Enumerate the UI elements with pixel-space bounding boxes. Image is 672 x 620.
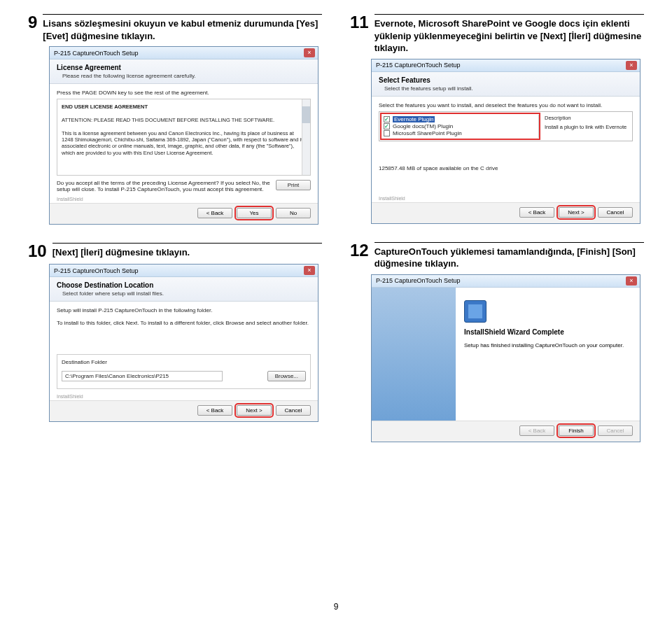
step-title: Evernote, Microsoft SharePoint ve Google… [374,14,644,55]
titlebar: P-215 CaptureOnTouch Setup × [50,47,318,59]
dest-path: C:\Program Files\Canon Electronics\P215 [62,371,223,381]
step-number: 9 [28,14,37,42]
dialog-header: Choose Destination Location Select folde… [50,277,318,302]
eula-body: This is a license agreement between you … [62,130,306,157]
finish-button[interactable]: Finish [559,425,594,436]
wizard-side-graphic [372,288,456,421]
eula-scrollbox[interactable]: END USER LICENSE AGREEMENT ATTENTION: PL… [57,99,311,176]
print-button[interactable]: Print [276,180,311,190]
checkbox-icon[interactable] [384,116,390,122]
dialog-title: P-215 CaptureOnTouch Setup [54,50,139,57]
dialog-header: License Agreement Please read the follow… [50,59,318,84]
dialog-title: P-215 CaptureOnTouch Setup [376,62,461,69]
scrollbar-track[interactable] [302,99,310,175]
license-question: Do you accept all the terms of the prece… [57,180,270,192]
cancel-button: Cancel [598,425,633,436]
scrollbar-thumb[interactable] [302,106,310,123]
close-icon[interactable]: × [626,276,637,286]
checkbox-icon[interactable] [384,130,390,136]
step-title: [Next] [İleri] düğmesine tıklayın. [52,243,322,260]
feature-row[interactable]: Google docs(TM) Plugin [384,123,537,129]
setup-icon [464,300,486,323]
dest-line1: Setup will install P-215 CaptureOnTouch … [57,307,311,313]
cancel-button[interactable]: Cancel [598,207,633,218]
eula-attention: ATTENTION: PLEASE READ THIS DOCUMENT BEF… [62,117,306,123]
feature-row[interactable]: Microsoft SharePoint Plugin [384,130,537,136]
installshield-label: InstallShield [50,195,318,203]
feature-label: Google docs(TM) Plugin [393,123,453,129]
desc-head: Description [545,115,629,121]
dialog-header: Select Features Select the features setu… [372,72,640,97]
close-icon[interactable]: × [626,61,637,70]
titlebar: P-215 CaptureOnTouch Setup × [372,275,640,288]
feature-label: Evernote Plugin [393,116,435,122]
license-note: Press the PAGE DOWN key to see the rest … [57,90,311,96]
features-instruction: Select the features you want to install,… [379,102,633,108]
close-icon[interactable]: × [304,48,315,57]
back-button[interactable]: < Back [197,405,232,416]
dialog-features: P-215 CaptureOnTouch Setup × Select Feat… [371,59,640,224]
dialog-title: P-215 CaptureOnTouch Setup [54,267,139,274]
step-number: 10 [28,243,47,260]
features-box: Evernote Plugin Google docs(TM) Plugin M… [379,111,633,141]
titlebar: P-215 CaptureOnTouch Setup × [372,59,640,72]
dialog-destination: P-215 CaptureOnTouch Setup × Choose Dest… [49,264,318,422]
dest-line2: To install to this folder, click Next. T… [57,320,311,326]
dialog-head: Select Features [379,76,633,84]
dest-label: Destination Folder [62,359,306,365]
back-button: < Back [519,425,554,436]
step-number: 11 [350,14,369,55]
desc-body: Install a plugin to link with Evernote [545,124,629,130]
next-button[interactable]: Next > [559,207,594,218]
step-title: CaptureOnTouch yüklemesi tamamlandığında… [374,242,644,270]
step-number: 12 [350,242,369,270]
complete-body: Setup has finished installing CaptureOnT… [464,342,631,348]
titlebar: P-215 CaptureOnTouch Setup × [50,265,318,277]
disk-space: 125857.48 MB of space available on the C… [379,165,633,171]
installshield-label: InstallShield [50,393,318,400]
next-button[interactable]: Next > [237,405,272,416]
dialog-sub: Please read the following license agreem… [57,73,311,79]
browse-button[interactable]: Browse... [267,371,306,381]
back-button[interactable]: < Back [519,207,554,218]
step-12: 12 CaptureOnTouch yüklemesi tamamlandığı… [350,242,644,270]
step-10: 10 [Next] [İleri] düğmesine tıklayın. [28,243,322,260]
dialog-complete: P-215 CaptureOnTouch Setup × InstallShie… [371,274,640,442]
page-number: 9 [0,602,672,612]
dialog-title: P-215 CaptureOnTouch Setup [376,277,461,284]
step-9: 9 Lisans sözleşmesini okuyun ve kabul et… [28,14,322,42]
dialog-head: License Agreement [57,64,311,71]
yes-button[interactable]: Yes [237,208,272,218]
checkbox-icon[interactable] [384,123,390,129]
close-icon[interactable]: × [304,266,315,275]
installshield-label: InstallShield [372,195,640,202]
dialog-license: P-215 CaptureOnTouch Setup × License Agr… [49,46,318,225]
feature-label: Microsoft SharePoint Plugin [393,130,462,136]
no-button[interactable]: No [276,208,311,218]
eula-title: END USER LICENSE AGREEMENT [62,104,306,110]
step-title: Lisans sözleşmesini okuyun ve kabul etme… [43,14,322,42]
dialog-head: Choose Destination Location [57,281,311,289]
cancel-button[interactable]: Cancel [276,405,311,416]
dialog-sub: Select folder where setup will install f… [57,290,311,297]
dialog-sub: Select the features setup will install. [379,85,633,92]
feature-row[interactable]: Evernote Plugin [384,116,537,122]
back-button[interactable]: < Back [197,208,232,218]
step-11: 11 Evernote, Microsoft SharePoint ve Goo… [350,14,644,55]
complete-head: InstallShield Wizard Complete [464,328,631,336]
